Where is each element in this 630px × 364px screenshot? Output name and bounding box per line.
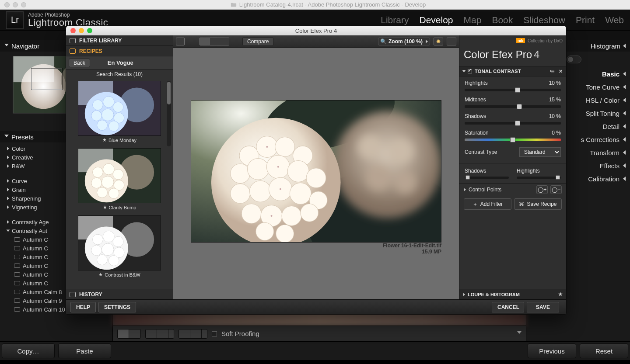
module-develop[interactable]: Develop: [419, 15, 453, 25]
section-disclosure-icon[interactable]: [462, 70, 466, 73]
highlights-value: 10 %: [549, 80, 561, 86]
module-library[interactable]: Library: [381, 15, 409, 25]
svg-point-69: [256, 222, 274, 240]
color-efex-window: Color Efex Pro 4 FILTER LIBRARY RECIPES …: [66, 25, 567, 315]
copy-button[interactable]: Copy…: [2, 343, 55, 358]
svg-point-61: [250, 180, 271, 202]
panel-toggle-button[interactable]: [176, 38, 185, 45]
svg-point-67: [282, 206, 301, 226]
contrast-type-select[interactable]: Standard: [519, 147, 561, 157]
traffic-min-disabled: [13, 2, 18, 7]
recipe-scrollbar[interactable]: [167, 81, 171, 146]
svg-point-24: [113, 169, 123, 180]
preview-image: [191, 100, 441, 243]
section-presets-icon[interactable]: ≔: [550, 69, 555, 74]
pin-icon[interactable]: ★: [558, 291, 563, 297]
module-map[interactable]: Map: [464, 15, 482, 25]
settings-button[interactable]: SETTINGS: [98, 302, 136, 312]
paste-button[interactable]: Paste: [58, 343, 111, 358]
module-slideshow[interactable]: Slideshow: [523, 15, 565, 25]
chevron-right-icon: [7, 147, 9, 150]
before-after-vert[interactable]: [178, 329, 207, 339]
traffic-minimize[interactable]: [79, 28, 84, 33]
loupe-disclosure-icon[interactable]: [463, 293, 465, 296]
cef-preview-stage[interactable]: Flower 16-1-Edit-Edit.tif 15.9 MP: [173, 48, 459, 299]
toolbar-dropdown-icon[interactable]: [517, 331, 522, 336]
loupe-view-toggle[interactable]: [117, 329, 141, 339]
lr-module-switcher: LibraryDevelopMapBookSlideshowPrintWeb: [381, 15, 624, 25]
compare-button[interactable]: Compare: [242, 37, 273, 46]
view-mode-segmented[interactable]: [200, 38, 229, 45]
remove-control-point-button[interactable]: ◯ −: [550, 185, 562, 194]
highlights-slider[interactable]: [465, 89, 561, 91]
section-enable-checkbox[interactable]: [468, 69, 472, 73]
svg-point-11: [103, 96, 114, 107]
svg-point-23: [103, 163, 114, 175]
highlights-label: Highlights: [465, 80, 488, 86]
before-after-horiz[interactable]: [145, 329, 174, 339]
recipes-header[interactable]: RECIPES: [66, 46, 173, 56]
midtones-slider[interactable]: [465, 105, 561, 108]
history-header[interactable]: HISTORY: [66, 289, 173, 299]
control-points-disclosure-icon[interactable]: [464, 188, 466, 191]
tonal-contrast-section[interactable]: TONAL CONTRAST ≔✕: [459, 66, 566, 76]
section-close-icon[interactable]: ✕: [559, 69, 563, 74]
traffic-zoom[interactable]: [87, 28, 92, 33]
zoom-control[interactable]: 🔍 Zoom (100 %): [378, 38, 430, 45]
background-toggle[interactable]: ✺: [434, 38, 443, 45]
module-web[interactable]: Web: [605, 15, 624, 25]
svg-point-14: [102, 109, 114, 121]
nik-brand: nikCollection by DxO: [459, 35, 566, 46]
svg-point-12: [113, 102, 123, 112]
recipe-thumb-list: ★Blue Monday★Clarity Bump★Contrast in B&…: [66, 78, 173, 289]
chevron-left-icon: [623, 177, 626, 181]
previous-button[interactable]: Previous: [528, 343, 576, 358]
save-button[interactable]: SAVE: [527, 302, 559, 312]
filename-label: Flower 16-1-Edit-Edit.tif: [383, 243, 441, 249]
reset-button[interactable]: Reset: [580, 343, 628, 358]
midtones-label: Midtones: [465, 97, 486, 103]
saturation-slider[interactable]: [465, 139, 561, 141]
svg-point-58: [287, 161, 309, 182]
svg-point-34: [93, 234, 103, 245]
preset-thumb-icon: [14, 281, 20, 285]
cef-center: Compare 🔍 Zoom (100 %) ✺: [173, 35, 459, 299]
navigator-crop-rect[interactable]: [32, 69, 62, 90]
saturation-label: Saturation: [465, 130, 489, 136]
svg-point-35: [103, 231, 114, 242]
mask-switch[interactable]: [567, 55, 581, 63]
traffic-close[interactable]: [70, 28, 76, 33]
loupe-section[interactable]: LOUPE & HISTOGRAM ★: [459, 289, 566, 299]
module-book[interactable]: Book: [492, 15, 513, 25]
plus-icon: ＋: [472, 201, 478, 208]
chevron-right-icon: [7, 205, 9, 209]
single-view-icon[interactable]: [200, 38, 210, 45]
recipe-image: [78, 215, 161, 270]
split-vert-view-icon[interactable]: [210, 38, 219, 45]
soft-proof-label: Soft Proofing: [221, 330, 259, 337]
svg-point-60: [231, 184, 250, 204]
split-horiz-view-icon[interactable]: [219, 38, 229, 45]
recipe-thumbnail[interactable]: ★Contrast in B&W: [78, 215, 161, 277]
fullscreen-toggle[interactable]: [447, 38, 456, 45]
add-filter-button[interactable]: ＋Add Filter: [464, 198, 511, 210]
svg-point-48: [365, 165, 392, 191]
recipe-thumbnail[interactable]: ★Clarity Bump: [78, 148, 161, 210]
filter-library-header[interactable]: FILTER LIBRARY: [66, 35, 173, 46]
mini-shadows-slider[interactable]: [465, 177, 509, 179]
cef-left-panel: FILTER LIBRARY RECIPES Back En Vogue Sea…: [66, 35, 173, 299]
add-control-point-button[interactable]: ◯ +: [536, 185, 548, 194]
soft-proof-checkbox[interactable]: [212, 331, 217, 336]
recipe-thumbnail[interactable]: ★Blue Monday: [78, 81, 161, 143]
save-recipe-button[interactable]: ⌘Save Recipe: [514, 198, 562, 210]
cancel-button[interactable]: CANCEL: [492, 302, 524, 312]
shadows-slider[interactable]: [465, 122, 561, 125]
zoom-step-icon[interactable]: [426, 40, 428, 43]
breadcrumb: En Vogue: [90, 59, 151, 66]
module-print[interactable]: Print: [576, 15, 595, 25]
traffic-close-disabled: [4, 2, 10, 7]
back-button[interactable]: Back: [69, 59, 90, 67]
mini-highlights-slider[interactable]: [517, 177, 561, 179]
help-button[interactable]: HELP: [70, 302, 96, 312]
grid-icon: [70, 38, 76, 43]
